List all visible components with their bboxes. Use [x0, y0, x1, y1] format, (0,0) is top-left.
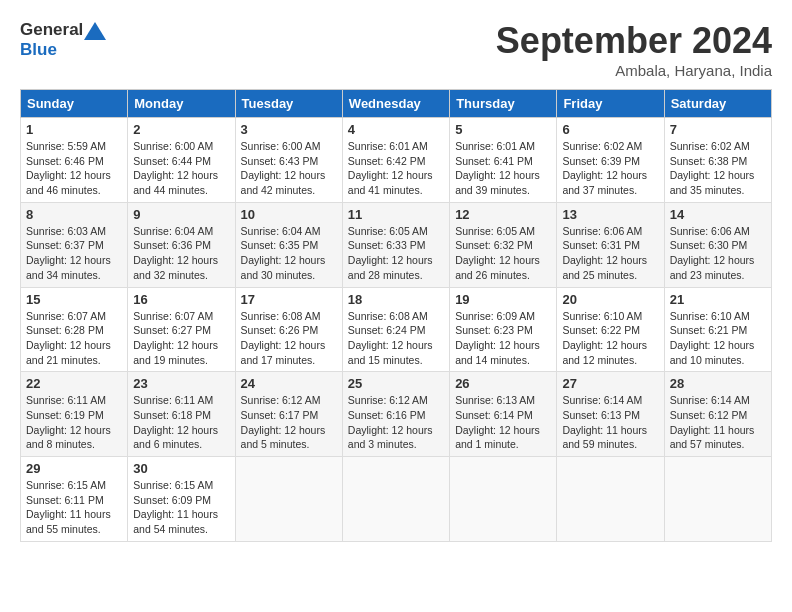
calendar-header-row: Sunday Monday Tuesday Wednesday Thursday…	[21, 90, 772, 118]
table-row: 29 Sunrise: 6:15 AM Sunset: 6:11 PM Dayl…	[21, 457, 128, 542]
calendar-week-row: 8 Sunrise: 6:03 AM Sunset: 6:37 PM Dayli…	[21, 202, 772, 287]
day-number: 26	[455, 376, 551, 391]
day-number: 23	[133, 376, 229, 391]
day-number: 19	[455, 292, 551, 307]
day-number: 12	[455, 207, 551, 222]
table-row: 12 Sunrise: 6:05 AM Sunset: 6:32 PM Dayl…	[450, 202, 557, 287]
day-info: Sunrise: 6:04 AM Sunset: 6:36 PM Dayligh…	[133, 224, 229, 283]
svg-marker-0	[84, 22, 106, 40]
table-row: 1 Sunrise: 5:59 AM Sunset: 6:46 PM Dayli…	[21, 118, 128, 203]
logo-general: General	[20, 20, 83, 39]
page-header: General Blue September 2024 Ambala, Hary…	[20, 20, 772, 79]
table-row: 6 Sunrise: 6:02 AM Sunset: 6:39 PM Dayli…	[557, 118, 664, 203]
table-row: 8 Sunrise: 6:03 AM Sunset: 6:37 PM Dayli…	[21, 202, 128, 287]
calendar-week-row: 22 Sunrise: 6:11 AM Sunset: 6:19 PM Dayl…	[21, 372, 772, 457]
day-info: Sunrise: 6:06 AM Sunset: 6:30 PM Dayligh…	[670, 224, 766, 283]
day-number: 14	[670, 207, 766, 222]
table-row: 27 Sunrise: 6:14 AM Sunset: 6:13 PM Dayl…	[557, 372, 664, 457]
day-number: 28	[670, 376, 766, 391]
day-info: Sunrise: 6:05 AM Sunset: 6:33 PM Dayligh…	[348, 224, 444, 283]
table-row: 10 Sunrise: 6:04 AM Sunset: 6:35 PM Dayl…	[235, 202, 342, 287]
calendar-week-row: 29 Sunrise: 6:15 AM Sunset: 6:11 PM Dayl…	[21, 457, 772, 542]
table-row	[235, 457, 342, 542]
table-row: 4 Sunrise: 6:01 AM Sunset: 6:42 PM Dayli…	[342, 118, 449, 203]
day-info: Sunrise: 6:06 AM Sunset: 6:31 PM Dayligh…	[562, 224, 658, 283]
location: Ambala, Haryana, India	[496, 62, 772, 79]
day-info: Sunrise: 6:15 AM Sunset: 6:09 PM Dayligh…	[133, 478, 229, 537]
day-number: 1	[26, 122, 122, 137]
table-row: 3 Sunrise: 6:00 AM Sunset: 6:43 PM Dayli…	[235, 118, 342, 203]
day-info: Sunrise: 6:14 AM Sunset: 6:12 PM Dayligh…	[670, 393, 766, 452]
day-number: 29	[26, 461, 122, 476]
table-row: 7 Sunrise: 6:02 AM Sunset: 6:38 PM Dayli…	[664, 118, 771, 203]
table-row: 13 Sunrise: 6:06 AM Sunset: 6:31 PM Dayl…	[557, 202, 664, 287]
day-number: 20	[562, 292, 658, 307]
day-number: 13	[562, 207, 658, 222]
table-row: 21 Sunrise: 6:10 AM Sunset: 6:21 PM Dayl…	[664, 287, 771, 372]
calendar-week-row: 15 Sunrise: 6:07 AM Sunset: 6:28 PM Dayl…	[21, 287, 772, 372]
table-row: 28 Sunrise: 6:14 AM Sunset: 6:12 PM Dayl…	[664, 372, 771, 457]
table-row: 15 Sunrise: 6:07 AM Sunset: 6:28 PM Dayl…	[21, 287, 128, 372]
day-number: 24	[241, 376, 337, 391]
day-info: Sunrise: 6:07 AM Sunset: 6:27 PM Dayligh…	[133, 309, 229, 368]
col-monday: Monday	[128, 90, 235, 118]
col-saturday: Saturday	[664, 90, 771, 118]
day-number: 4	[348, 122, 444, 137]
day-number: 25	[348, 376, 444, 391]
col-sunday: Sunday	[21, 90, 128, 118]
day-info: Sunrise: 6:12 AM Sunset: 6:17 PM Dayligh…	[241, 393, 337, 452]
table-row: 23 Sunrise: 6:11 AM Sunset: 6:18 PM Dayl…	[128, 372, 235, 457]
table-row: 20 Sunrise: 6:10 AM Sunset: 6:22 PM Dayl…	[557, 287, 664, 372]
table-row: 25 Sunrise: 6:12 AM Sunset: 6:16 PM Dayl…	[342, 372, 449, 457]
day-info: Sunrise: 6:00 AM Sunset: 6:43 PM Dayligh…	[241, 139, 337, 198]
table-row: 14 Sunrise: 6:06 AM Sunset: 6:30 PM Dayl…	[664, 202, 771, 287]
table-row	[557, 457, 664, 542]
table-row: 24 Sunrise: 6:12 AM Sunset: 6:17 PM Dayl…	[235, 372, 342, 457]
day-info: Sunrise: 6:11 AM Sunset: 6:18 PM Dayligh…	[133, 393, 229, 452]
day-info: Sunrise: 6:12 AM Sunset: 6:16 PM Dayligh…	[348, 393, 444, 452]
day-info: Sunrise: 6:09 AM Sunset: 6:23 PM Dayligh…	[455, 309, 551, 368]
day-number: 9	[133, 207, 229, 222]
day-info: Sunrise: 6:01 AM Sunset: 6:41 PM Dayligh…	[455, 139, 551, 198]
logo-icon	[84, 22, 106, 40]
day-number: 2	[133, 122, 229, 137]
day-info: Sunrise: 6:10 AM Sunset: 6:21 PM Dayligh…	[670, 309, 766, 368]
day-number: 21	[670, 292, 766, 307]
table-row: 2 Sunrise: 6:00 AM Sunset: 6:44 PM Dayli…	[128, 118, 235, 203]
table-row: 19 Sunrise: 6:09 AM Sunset: 6:23 PM Dayl…	[450, 287, 557, 372]
day-number: 11	[348, 207, 444, 222]
day-info: Sunrise: 6:13 AM Sunset: 6:14 PM Dayligh…	[455, 393, 551, 452]
day-number: 8	[26, 207, 122, 222]
table-row	[342, 457, 449, 542]
day-number: 7	[670, 122, 766, 137]
day-info: Sunrise: 6:07 AM Sunset: 6:28 PM Dayligh…	[26, 309, 122, 368]
calendar-table: Sunday Monday Tuesday Wednesday Thursday…	[20, 89, 772, 542]
day-number: 27	[562, 376, 658, 391]
table-row: 30 Sunrise: 6:15 AM Sunset: 6:09 PM Dayl…	[128, 457, 235, 542]
day-number: 18	[348, 292, 444, 307]
month-title: September 2024	[496, 20, 772, 62]
day-number: 10	[241, 207, 337, 222]
calendar-week-row: 1 Sunrise: 5:59 AM Sunset: 6:46 PM Dayli…	[21, 118, 772, 203]
day-info: Sunrise: 6:14 AM Sunset: 6:13 PM Dayligh…	[562, 393, 658, 452]
table-row: 22 Sunrise: 6:11 AM Sunset: 6:19 PM Dayl…	[21, 372, 128, 457]
table-row	[450, 457, 557, 542]
day-number: 5	[455, 122, 551, 137]
logo: General Blue	[20, 20, 107, 61]
col-thursday: Thursday	[450, 90, 557, 118]
day-info: Sunrise: 5:59 AM Sunset: 6:46 PM Dayligh…	[26, 139, 122, 198]
table-row: 11 Sunrise: 6:05 AM Sunset: 6:33 PM Dayl…	[342, 202, 449, 287]
day-number: 17	[241, 292, 337, 307]
day-info: Sunrise: 6:08 AM Sunset: 6:24 PM Dayligh…	[348, 309, 444, 368]
day-info: Sunrise: 6:04 AM Sunset: 6:35 PM Dayligh…	[241, 224, 337, 283]
table-row	[664, 457, 771, 542]
day-info: Sunrise: 6:11 AM Sunset: 6:19 PM Dayligh…	[26, 393, 122, 452]
day-info: Sunrise: 6:15 AM Sunset: 6:11 PM Dayligh…	[26, 478, 122, 537]
day-info: Sunrise: 6:02 AM Sunset: 6:39 PM Dayligh…	[562, 139, 658, 198]
table-row: 26 Sunrise: 6:13 AM Sunset: 6:14 PM Dayl…	[450, 372, 557, 457]
day-number: 22	[26, 376, 122, 391]
logo-blue: Blue	[20, 40, 57, 59]
day-number: 30	[133, 461, 229, 476]
day-number: 3	[241, 122, 337, 137]
col-friday: Friday	[557, 90, 664, 118]
